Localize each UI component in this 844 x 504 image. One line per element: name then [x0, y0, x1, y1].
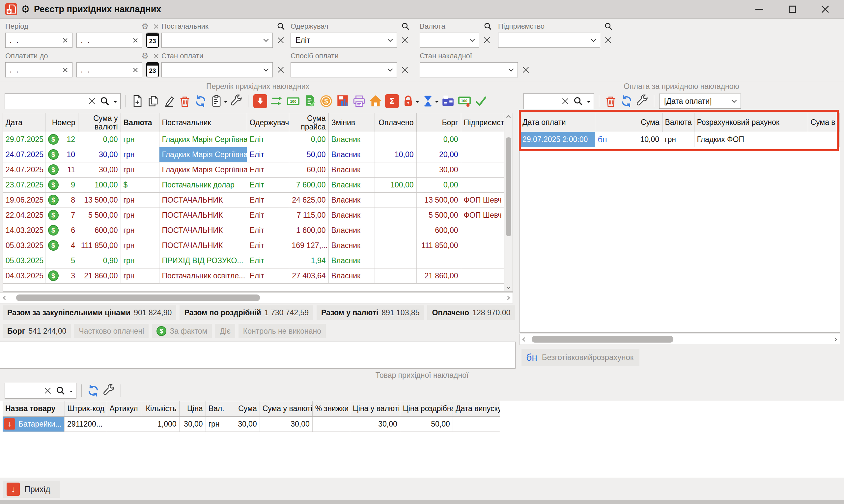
cell-amount[interactable]: 21 860,00: [78, 268, 121, 284]
report-dropdown-icon[interactable]: [224, 101, 227, 104]
cell-date[interactable]: 14.03.2025: [3, 223, 45, 238]
cell-changed_by[interactable]: Власник: [328, 162, 375, 178]
refresh-button[interactable]: [194, 93, 207, 109]
cell-supplier[interactable]: Постачальник освітле...: [159, 268, 247, 284]
invoices-column-header-6[interactable]: Сума прайса: [289, 113, 328, 132]
cell-currency[interactable]: грн: [121, 132, 159, 147]
period-to-clear-icon[interactable]: [132, 38, 138, 43]
cell-price_sum[interactable]: 27 403,64: [289, 268, 328, 284]
cell-number[interactable]: $7: [46, 208, 78, 223]
cell-receiver[interactable]: Еліт: [247, 193, 289, 208]
cell-paid[interactable]: [375, 223, 416, 238]
copy-document-button[interactable]: [147, 93, 160, 109]
search-clear-icon[interactable]: [44, 387, 52, 395]
cell-currency[interactable]: $: [121, 178, 159, 193]
cell-supplier[interactable]: Гладких Марія Сергіївна: [159, 132, 247, 147]
enterprise-search-icon[interactable]: [604, 22, 613, 31]
payments-column-header-2[interactable]: Валюта: [662, 113, 694, 132]
cell-changed_by[interactable]: Власник: [328, 208, 375, 223]
search-clear-icon[interactable]: [88, 97, 96, 105]
cell-price_sum[interactable]: 169 127,...: [289, 238, 328, 253]
products-column-header-8[interactable]: % знижки: [312, 401, 350, 416]
minimize-button[interactable]: [754, 4, 765, 15]
products-column-header-7[interactable]: Сума у валюті: [259, 401, 312, 416]
invoices-column-header-4[interactable]: Постачальник: [159, 113, 247, 132]
currency-clear-icon[interactable]: [483, 36, 491, 44]
cell-receiver[interactable]: Еліт: [247, 178, 289, 193]
search-mode-dropdown-icon[interactable]: [114, 101, 117, 104]
cell-payment-account[interactable]: Гладких ФОП: [694, 132, 808, 147]
search-mode-dropdown-icon[interactable]: [587, 101, 590, 104]
payment-state-clear-icon[interactable]: [277, 66, 285, 74]
payments-column-header-3[interactable]: Розрахунковий рахунок: [694, 113, 808, 132]
cell-debt[interactable]: 0,00: [416, 132, 461, 147]
period-calendar-icon[interactable]: 23: [146, 33, 159, 48]
search-icon[interactable]: [100, 96, 110, 106]
cell-currency[interactable]: грн: [121, 193, 159, 208]
cash-register-button[interactable]: [441, 93, 455, 109]
lock-button[interactable]: [401, 93, 419, 109]
scroll-up-icon[interactable]: [506, 115, 510, 120]
products-column-header-10[interactable]: Ціна роздрібна: [400, 401, 453, 416]
payments-column-header-0[interactable]: Дата оплати: [520, 113, 595, 132]
cell-enterprise[interactable]: [461, 223, 504, 238]
hourglass-dropdown-icon[interactable]: [435, 101, 438, 104]
enterprise-select[interactable]: [498, 33, 600, 48]
invoice-row[interactable]: 19.06.2025$813 500,00грнПОСТАЧАЛЬНИКЕліт…: [3, 193, 504, 208]
cell-number[interactable]: $6: [46, 223, 78, 238]
cell-amount[interactable]: 30,00: [78, 147, 121, 162]
cell-changed_by[interactable]: Власник: [328, 238, 375, 253]
cell-amount[interactable]: 100,00: [78, 178, 121, 193]
invoices-column-header-2[interactable]: Сума у валюті: [78, 113, 121, 132]
products-column-header-2[interactable]: Артикул: [107, 401, 141, 416]
cell-currency[interactable]: грн: [121, 162, 159, 178]
cell-amount[interactable]: 30,00: [78, 162, 121, 178]
pay-until-to-clear-icon[interactable]: [132, 67, 138, 73]
cell-debt[interactable]: 21 860,00: [416, 268, 461, 284]
cell-changed_by[interactable]: Власник: [328, 223, 375, 238]
home-button[interactable]: [369, 93, 382, 109]
cell-number[interactable]: $11: [46, 162, 78, 178]
invoices-column-header-0[interactable]: Дата: [3, 113, 45, 132]
cell-payment-date[interactable]: 29.07.2025 2:00:00: [520, 132, 595, 147]
cell-date[interactable]: 05.03.2025: [3, 238, 45, 253]
invoice-row[interactable]: 05.03.202550,90грнПРИХІД ВІД РОЗУКО...Ел…: [3, 253, 504, 268]
payments-horizontal-scrollbar[interactable]: [520, 334, 840, 345]
invoices-horizontal-scrollbar[interactable]: [0, 292, 513, 303]
cell-price_sum[interactable]: 0,00: [289, 132, 328, 147]
cell-paid[interactable]: 100,00: [375, 178, 416, 193]
period-clear-icon[interactable]: [153, 24, 159, 29]
sum-sigma-button[interactable]: Σ: [385, 93, 399, 109]
incoming-red-button[interactable]: [253, 93, 267, 109]
printer-button[interactable]: [352, 93, 366, 109]
products-settings-wrench-button[interactable]: [103, 383, 115, 399]
products-column-header-1[interactable]: Штрих-код: [65, 401, 107, 416]
cell-receiver[interactable]: Еліт: [247, 223, 289, 238]
supplier-select[interactable]: [161, 33, 273, 48]
cell-debt[interactable]: 111 850,00: [416, 238, 461, 253]
invoices-column-header-8[interactable]: Оплачено: [375, 113, 416, 132]
product-row[interactable]: ↓Батарейки...2911200...1,00030,00грн30,0…: [3, 416, 500, 432]
cell-price_sum[interactable]: 7 600,00: [289, 178, 328, 193]
products-column-header-6[interactable]: Сума: [226, 401, 259, 416]
cell-payment-currency[interactable]: грн: [662, 132, 694, 147]
cell-changed_by[interactable]: Власник: [328, 193, 375, 208]
cell-currency[interactable]: грн: [121, 253, 159, 268]
currency-select[interactable]: [420, 33, 479, 48]
settings-wrench-button[interactable]: [230, 93, 243, 109]
payments-sort-dropdown[interactable]: [Дата оплати]: [659, 93, 741, 109]
invoice-row[interactable]: 23.07.2025$9100,00$Постачальник доларЕлі…: [3, 178, 504, 193]
cell-article[interactable]: [107, 416, 141, 432]
payments-search-input[interactable]: [523, 93, 594, 109]
cell-paid[interactable]: [375, 132, 416, 147]
cell-number[interactable]: $8: [46, 193, 78, 208]
cell-payment-extra[interactable]: [808, 132, 840, 147]
invoices-column-header-10[interactable]: Підприємство: [461, 113, 504, 132]
products-column-header-0[interactable]: Назва товару: [3, 401, 65, 416]
new-document-button[interactable]: [131, 93, 144, 109]
cell-barcode[interactable]: 2911200...: [65, 416, 107, 432]
cell-paid[interactable]: [375, 193, 416, 208]
invoices-column-header-3[interactable]: Валюта: [121, 113, 159, 132]
lock-dropdown-icon[interactable]: [416, 101, 419, 104]
products-column-header-11[interactable]: Дата випуску: [453, 401, 500, 416]
